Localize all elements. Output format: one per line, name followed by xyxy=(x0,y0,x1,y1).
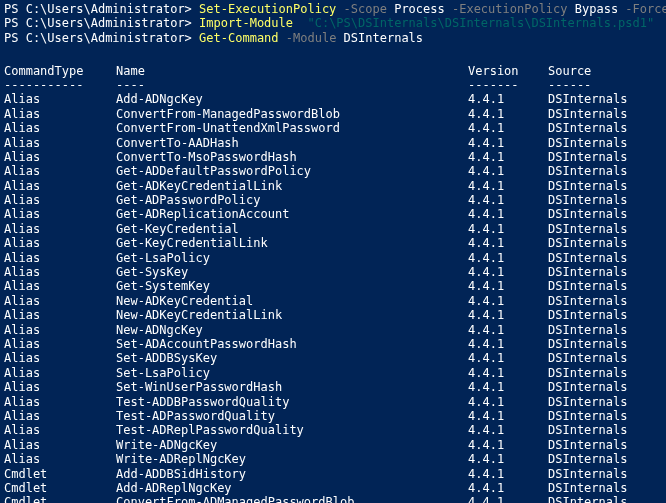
table-row: AliasGet-LsaPolicy4.4.1DSInternals xyxy=(4,251,627,265)
table-row: AliasSet-LsaPolicy4.4.1DSInternals xyxy=(4,366,627,380)
table-row: CmdletAdd-ADDBSidHistory4.4.1DSInternals xyxy=(4,467,627,481)
cell-type: Alias xyxy=(4,294,116,308)
cell-source: DSInternals xyxy=(548,121,627,135)
cell-version: 4.4.1 xyxy=(468,136,548,150)
table-row: AliasGet-KeyCredential4.4.1DSInternals xyxy=(4,222,627,236)
command-segment: -ExecutionPolicy xyxy=(452,2,575,16)
cell-name: Get-KeyCredentialLink xyxy=(116,236,468,250)
cell-source: DSInternals xyxy=(548,452,627,466)
cell-name: Get-ADPasswordPolicy xyxy=(116,193,468,207)
command-segment: -Scope xyxy=(344,2,395,16)
header-commandtype: CommandType xyxy=(4,64,116,78)
cell-type: Alias xyxy=(4,337,116,351)
command-line: PS C:\Users\Administrator> Set-Execution… xyxy=(4,2,662,16)
cell-name: Get-KeyCredential xyxy=(116,222,468,236)
cell-source: DSInternals xyxy=(548,164,627,178)
cell-name: New-ADKeyCredential xyxy=(116,294,468,308)
cell-source: DSInternals xyxy=(548,380,627,394)
cell-source: DSInternals xyxy=(548,308,627,322)
table-row: AliasConvertFrom-ManagedPasswordBlob4.4.… xyxy=(4,107,627,121)
cell-type: Alias xyxy=(4,409,116,423)
cell-name: Add-ADReplNgcKey xyxy=(116,481,468,495)
cell-version: 4.4.1 xyxy=(468,337,548,351)
cell-source: DSInternals xyxy=(548,107,627,121)
cell-source: DSInternals xyxy=(548,179,627,193)
cell-type: Alias xyxy=(4,279,116,293)
table-row: CmdletAdd-ADReplNgcKey4.4.1DSInternals xyxy=(4,481,627,495)
cell-type: Alias xyxy=(4,164,116,178)
cell-version: 4.4.1 xyxy=(468,207,548,221)
cell-version: 4.4.1 xyxy=(468,467,548,481)
command-segment: Get-Command xyxy=(199,31,286,45)
cell-type: Alias xyxy=(4,179,116,193)
table-row: AliasTest-ADPasswordQuality4.4.1DSIntern… xyxy=(4,409,627,423)
cell-source: DSInternals xyxy=(548,279,627,293)
cell-type: Cmdlet xyxy=(4,495,116,503)
table-row: AliasTest-ADDBPasswordQuality4.4.1DSInte… xyxy=(4,395,627,409)
cell-name: New-ADNgcKey xyxy=(116,323,468,337)
cell-version: 4.4.1 xyxy=(468,251,548,265)
cell-type: Alias xyxy=(4,251,116,265)
cell-source: DSInternals xyxy=(548,265,627,279)
cell-type: Alias xyxy=(4,423,116,437)
cell-name: ConvertFrom-ManagedPasswordBlob xyxy=(116,107,468,121)
cell-source: DSInternals xyxy=(548,92,627,106)
cell-name: Test-ADDBPasswordQuality xyxy=(116,395,468,409)
command-segment: -Module xyxy=(286,31,344,45)
cell-version: 4.4.1 xyxy=(468,150,548,164)
table-row: AliasConvertTo-MsoPasswordHash4.4.1DSInt… xyxy=(4,150,627,164)
table-row: AliasSet-WinUserPasswordHash4.4.1DSInter… xyxy=(4,380,627,394)
table-row: AliasNew-ADKeyCredentialLink4.4.1DSInter… xyxy=(4,308,627,322)
cell-name: ConvertFrom-UnattendXmlPassword xyxy=(116,121,468,135)
cell-version: 4.4.1 xyxy=(468,323,548,337)
cell-version: 4.4.1 xyxy=(468,294,548,308)
cell-name: Write-ADReplNgcKey xyxy=(116,452,468,466)
cell-version: 4.4.1 xyxy=(468,481,548,495)
command-segment: Bypass xyxy=(575,2,626,16)
cell-type: Cmdlet xyxy=(4,467,116,481)
table-row: CmdletConvertFrom-ADManagedPasswordBlob4… xyxy=(4,495,627,503)
prompt: PS C:\Users\Administrator> xyxy=(4,31,199,45)
cell-name: Test-ADReplPasswordQuality xyxy=(116,423,468,437)
cell-version: 4.4.1 xyxy=(468,409,548,423)
cell-version: 4.4.1 xyxy=(468,380,548,394)
cell-version: 4.4.1 xyxy=(468,452,548,466)
cell-type: Alias xyxy=(4,395,116,409)
cell-type: Alias xyxy=(4,92,116,106)
cell-type: Alias xyxy=(4,222,116,236)
cell-source: DSInternals xyxy=(548,495,627,503)
table-row: AliasConvertTo-AADHash4.4.1DSInternals xyxy=(4,136,627,150)
table-header-row: CommandType Name Version Source xyxy=(4,64,627,78)
command-line: PS C:\Users\Administrator> Get-Command -… xyxy=(4,31,662,45)
cell-type: Alias xyxy=(4,107,116,121)
prompt: PS C:\Users\Administrator> xyxy=(4,2,199,16)
cell-name: Get-SystemKey xyxy=(116,279,468,293)
cell-source: DSInternals xyxy=(548,136,627,150)
header-name: Name xyxy=(116,64,468,78)
cell-type: Alias xyxy=(4,136,116,150)
cell-version: 4.4.1 xyxy=(468,279,548,293)
cell-name: ConvertTo-AADHash xyxy=(116,136,468,150)
table-row: AliasWrite-ADNgcKey4.4.1DSInternals xyxy=(4,438,627,452)
cell-type: Alias xyxy=(4,193,116,207)
powershell-terminal[interactable]: PS C:\Users\Administrator> Set-Execution… xyxy=(0,0,666,503)
command-output-table: CommandType Name Version Source --------… xyxy=(4,64,627,503)
header-version: Version xyxy=(468,64,548,78)
cell-source: DSInternals xyxy=(548,323,627,337)
cell-type: Alias xyxy=(4,452,116,466)
command-segment: DSInternals xyxy=(344,31,423,45)
cell-name: Set-LsaPolicy xyxy=(116,366,468,380)
cell-name: ConvertFrom-ADManagedPasswordBlob xyxy=(116,495,468,503)
cell-type: Alias xyxy=(4,323,116,337)
table-row: AliasGet-ADDefaultPasswordPolicy4.4.1DSI… xyxy=(4,164,627,178)
cell-source: DSInternals xyxy=(548,207,627,221)
cell-name: Get-ADReplicationAccount xyxy=(116,207,468,221)
table-row: AliasSet-ADDBSysKey4.4.1DSInternals xyxy=(4,351,627,365)
table-row: AliasGet-KeyCredentialLink4.4.1DSInterna… xyxy=(4,236,627,250)
cell-version: 4.4.1 xyxy=(468,395,548,409)
cell-name: ConvertTo-MsoPasswordHash xyxy=(116,150,468,164)
cell-name: Get-ADKeyCredentialLink xyxy=(116,179,468,193)
cell-source: DSInternals xyxy=(548,294,627,308)
cell-name: Get-ADDefaultPasswordPolicy xyxy=(116,164,468,178)
command-line: PS C:\Users\Administrator> Import-Module… xyxy=(4,16,662,30)
